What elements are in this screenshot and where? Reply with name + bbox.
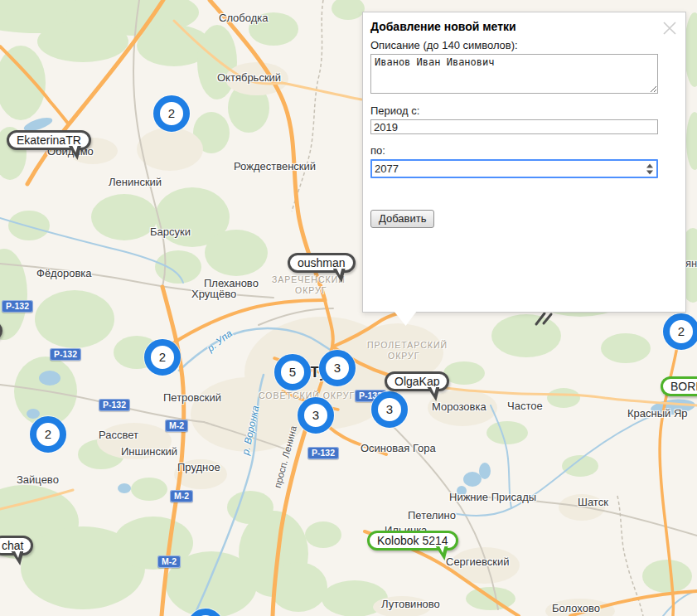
road-badge: М-2	[170, 490, 193, 502]
close-icon[interactable]	[661, 20, 678, 36]
cluster-count: 5	[281, 361, 304, 384]
period-from-input[interactable]	[370, 119, 658, 134]
district-label: ОКРУГ	[295, 285, 327, 295]
user-label-balloon[interactable]: BORI	[661, 376, 697, 396]
place-label: Рассвет	[99, 429, 138, 441]
map-canvas[interactable]: СлободкаОктябрьскийРождественскийЛенинск…	[0, 0, 697, 616]
number-spinner[interactable]	[646, 163, 653, 174]
cluster-marker[interactable]: 2	[153, 95, 190, 132]
place-label: Частое	[507, 400, 543, 412]
cluster-marker[interactable]: 5	[274, 354, 311, 390]
place-label: Осиновая Гора	[361, 442, 436, 454]
user-label-balloon[interactable]: EkaterinaTR	[7, 130, 91, 150]
place-label: Иншинский	[121, 445, 177, 458]
dialog-title: Добавление новой метки	[370, 20, 678, 33]
place-label: Лутовиново	[381, 598, 440, 610]
cluster-count: 2	[670, 320, 693, 343]
place-label: янь	[685, 257, 697, 269]
cluster-marker[interactable]: 3	[298, 397, 334, 434]
district-label: ЗАРЕЧЕНСКИЙ	[272, 274, 346, 284]
period-to-label: по:	[370, 144, 678, 157]
cluster-marker[interactable]: 2	[663, 313, 697, 350]
road-badge: М-2	[165, 420, 188, 432]
road-badge: Р-132	[2, 300, 33, 313]
place-label: Барсуки	[150, 226, 191, 238]
user-label-balloon[interactable]: OlgaKap	[385, 371, 449, 391]
district-label: ПРОЛЕТАРСКИЙ	[367, 340, 448, 350]
place-label: Болохово	[552, 602, 600, 614]
description-label: Описание (до 140 символов):	[370, 39, 678, 51]
period-to-input[interactable]	[370, 159, 658, 178]
user-label-balloon[interactable]: oushman	[288, 253, 356, 273]
place-label: Петровский	[163, 391, 221, 404]
road-badge: Р-132	[307, 447, 339, 459]
description-textarea[interactable]: Иванов Иван Иванович	[370, 54, 658, 94]
place-label: Ленинский	[109, 176, 162, 188]
place-label: Шатск	[578, 496, 608, 508]
cluster-count: 3	[326, 357, 349, 380]
cluster-count: 3	[304, 404, 327, 427]
place-label: Октябрьский	[217, 71, 281, 84]
cluster-count: 3	[378, 398, 401, 421]
cluster-count: 2	[36, 423, 60, 446]
district-label: ОКРУГ	[388, 351, 419, 361]
place-label: Фёдоровка	[36, 267, 92, 279]
period-from-label: Период с:	[370, 104, 678, 117]
place-label: Хрущёво	[191, 288, 236, 300]
cluster-count: 2	[160, 102, 183, 125]
place-label: Слободка	[219, 12, 269, 24]
add-button[interactable]: Добавить	[370, 210, 434, 228]
user-label-balloon[interactable]: Kolobok 5214	[367, 531, 458, 551]
place-label: Красный Яр	[627, 407, 688, 420]
cluster-marker[interactable]: 2	[144, 339, 181, 376]
add-placemark-dialog: Добавление новой метки Описание (до 140 …	[362, 12, 686, 313]
place-label: Рождественский	[234, 160, 316, 172]
place-label: Морозовка	[432, 400, 486, 413]
cluster-marker[interactable]: 3	[371, 391, 408, 428]
place-label: Петелино	[408, 509, 456, 521]
cluster-marker[interactable]: 3	[319, 350, 356, 386]
cluster-count: 2	[151, 346, 174, 369]
user-label-balloon[interactable]: chat	[0, 536, 33, 555]
road-badge: Р-132	[99, 399, 130, 411]
cluster-marker[interactable]: 2	[30, 416, 66, 453]
road-badge: М-2	[157, 555, 181, 568]
road-badge: Р-132	[50, 348, 81, 361]
place-label: Сергиевский	[446, 555, 510, 568]
place-label: Прудное	[177, 461, 220, 473]
place-label: Нижние Присады	[449, 491, 536, 503]
place-label: Зайцево	[17, 473, 59, 486]
